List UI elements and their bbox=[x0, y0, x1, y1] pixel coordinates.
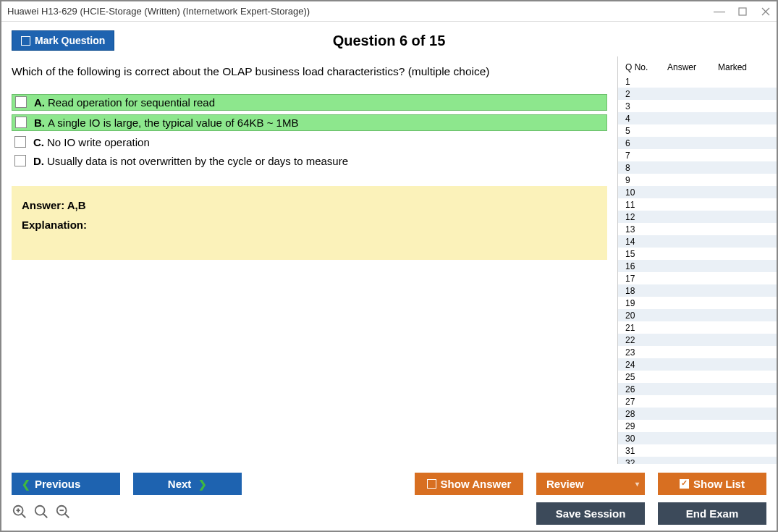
qtable-row[interactable]: 5 bbox=[618, 124, 777, 137]
option-text: Usually data is not overwritten by the c… bbox=[47, 155, 348, 167]
option-letter: A. bbox=[34, 96, 45, 109]
qrow-number: 21 bbox=[625, 323, 667, 333]
qrow-number: 2 bbox=[625, 89, 667, 99]
qrow-number: 4 bbox=[625, 114, 667, 124]
qtable-row[interactable]: 13 bbox=[618, 223, 777, 235]
question-counter: Question 6 of 15 bbox=[1, 33, 777, 49]
mark-question-label: Mark Question bbox=[35, 35, 105, 46]
window-controls: — bbox=[714, 7, 771, 17]
option-checkbox[interactable] bbox=[14, 155, 26, 166]
qtable-row[interactable]: 12 bbox=[618, 211, 777, 223]
next-button[interactable]: Next ❯ bbox=[133, 473, 242, 495]
qrow-number: 31 bbox=[625, 446, 667, 456]
qtable-row[interactable]: 32 bbox=[618, 457, 777, 464]
qtable-row[interactable]: 2 bbox=[618, 88, 777, 100]
option-row[interactable]: D. Usually data is not overwritten by th… bbox=[12, 153, 607, 169]
qrow-number: 12 bbox=[625, 212, 667, 222]
qrow-number: 18 bbox=[625, 286, 667, 296]
qrow-number: 24 bbox=[625, 360, 667, 370]
header-answer: Answer bbox=[667, 62, 718, 72]
qtable-row[interactable]: 20 bbox=[618, 309, 777, 321]
option-checkbox[interactable] bbox=[14, 136, 26, 148]
qtable-row[interactable]: 22 bbox=[618, 334, 777, 346]
qtable-row[interactable]: 17 bbox=[618, 272, 777, 284]
show-answer-label: Show Answer bbox=[441, 478, 512, 490]
qtable-row[interactable]: 7 bbox=[618, 149, 777, 161]
qrow-number: 27 bbox=[625, 397, 667, 407]
qtable-row[interactable]: 6 bbox=[618, 137, 777, 149]
qrow-number: 32 bbox=[625, 458, 667, 465]
review-button[interactable]: Review ▾ bbox=[536, 473, 645, 495]
chevron-right-icon: ❯ bbox=[195, 478, 207, 490]
option-letter: D. bbox=[33, 155, 44, 167]
option-checkbox[interactable] bbox=[15, 96, 27, 108]
svg-rect-0 bbox=[739, 8, 746, 15]
show-list-label: Show List bbox=[693, 478, 745, 490]
show-answer-button[interactable]: Show Answer bbox=[415, 473, 523, 495]
qtable-row[interactable]: 23 bbox=[618, 346, 777, 358]
qtable-row[interactable]: 19 bbox=[618, 297, 777, 309]
qtable-row[interactable]: 14 bbox=[618, 235, 777, 248]
qtable-row[interactable]: 26 bbox=[618, 383, 777, 395]
qrow-number: 10 bbox=[625, 187, 667, 198]
options-list: A. Read operation for sequential readB. … bbox=[12, 94, 607, 169]
qtable-row[interactable]: 8 bbox=[618, 161, 777, 174]
qtable-row[interactable]: 25 bbox=[618, 371, 777, 383]
option-letter: B. bbox=[34, 117, 45, 129]
qrow-number: 14 bbox=[625, 237, 667, 247]
qtable-row[interactable]: 10 bbox=[618, 186, 777, 198]
previous-button[interactable]: ❮ Previous bbox=[12, 473, 120, 495]
qrow-number: 3 bbox=[625, 101, 667, 111]
show-list-button[interactable]: Show List bbox=[658, 473, 766, 495]
svg-line-4 bbox=[22, 514, 26, 518]
qtable-body[interactable]: 1234567891011121314151617181920212223242… bbox=[618, 75, 777, 464]
qtable-row[interactable]: 24 bbox=[618, 358, 777, 371]
zoom-reset-icon[interactable] bbox=[12, 504, 28, 520]
bottom-row-2: Save Session End Exam bbox=[12, 502, 766, 525]
qrow-number: 19 bbox=[625, 298, 667, 308]
qtable-row[interactable]: 3 bbox=[618, 100, 777, 112]
chevron-left-icon: ❮ bbox=[22, 478, 30, 490]
close-icon[interactable] bbox=[761, 7, 771, 17]
save-session-label: Save Session bbox=[556, 507, 626, 520]
qtable-row[interactable]: 31 bbox=[618, 444, 777, 457]
end-exam-label: End Exam bbox=[686, 507, 739, 520]
qtable-row[interactable]: 9 bbox=[618, 174, 777, 186]
qtable-row[interactable]: 16 bbox=[618, 260, 777, 272]
qtable-row[interactable]: 29 bbox=[618, 420, 777, 432]
mark-question-button[interactable]: Mark Question bbox=[12, 30, 114, 51]
svg-line-8 bbox=[43, 514, 48, 518]
option-row[interactable]: A. Read operation for sequential read bbox=[12, 94, 607, 111]
answer-line: Answer: A,B bbox=[22, 199, 597, 211]
qtable-row[interactable]: 28 bbox=[618, 408, 777, 420]
qtable-row[interactable]: 4 bbox=[618, 112, 777, 124]
zoom-out-icon[interactable] bbox=[55, 504, 71, 520]
qtable-row[interactable]: 18 bbox=[618, 284, 777, 297]
maximize-icon[interactable] bbox=[737, 7, 748, 17]
option-text: A single IO is large, the typical value … bbox=[48, 117, 298, 129]
save-session-button[interactable]: Save Session bbox=[536, 502, 645, 525]
chevron-down-icon: ▾ bbox=[635, 480, 639, 488]
option-row[interactable]: C. No IO write operation bbox=[12, 135, 607, 150]
qtable-row[interactable]: 11 bbox=[618, 198, 777, 211]
qtable-row[interactable]: 30 bbox=[618, 432, 777, 444]
question-prompt: Which of the following is correct about … bbox=[12, 64, 607, 80]
button-row-1: ❮ Previous Next ❯ Show Answer Review ▾ S… bbox=[12, 473, 766, 495]
answer-box: Answer: A,B Explanation: bbox=[12, 186, 607, 260]
option-text: No IO write operation bbox=[47, 136, 150, 148]
zoom-controls bbox=[12, 502, 536, 520]
qrow-number: 13 bbox=[625, 224, 667, 235]
qtable-row[interactable]: 1 bbox=[618, 75, 777, 88]
option-checkbox[interactable] bbox=[15, 117, 27, 128]
qtable-row[interactable]: 27 bbox=[618, 395, 777, 408]
zoom-in-icon[interactable] bbox=[33, 504, 49, 520]
question-list-panel: Q No. Answer Marked 12345678910111213141… bbox=[617, 56, 777, 464]
qtable-row[interactable]: 15 bbox=[618, 248, 777, 260]
end-exam-button[interactable]: End Exam bbox=[658, 502, 766, 525]
option-row[interactable]: B. A single IO is large, the typical val… bbox=[12, 114, 607, 131]
qrow-number: 7 bbox=[625, 151, 667, 161]
qrow-number: 8 bbox=[625, 163, 667, 173]
qtable-row[interactable]: 21 bbox=[618, 321, 777, 334]
qrow-number: 5 bbox=[625, 126, 667, 136]
minimize-icon[interactable]: — bbox=[714, 7, 724, 17]
